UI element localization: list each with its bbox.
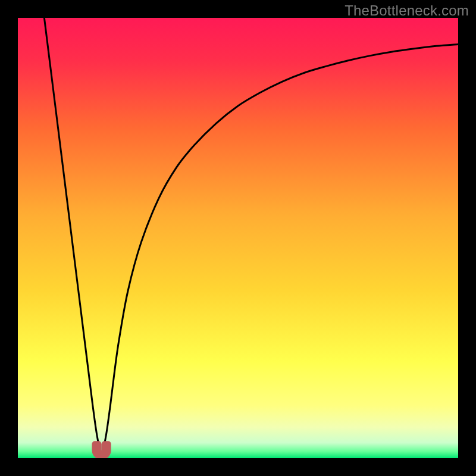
watermark-text: TheBottleneck.com xyxy=(345,2,469,19)
gradient-background xyxy=(18,18,458,458)
chart-frame: TheBottleneck.com xyxy=(0,0,476,476)
bottleneck-chart xyxy=(18,18,458,458)
